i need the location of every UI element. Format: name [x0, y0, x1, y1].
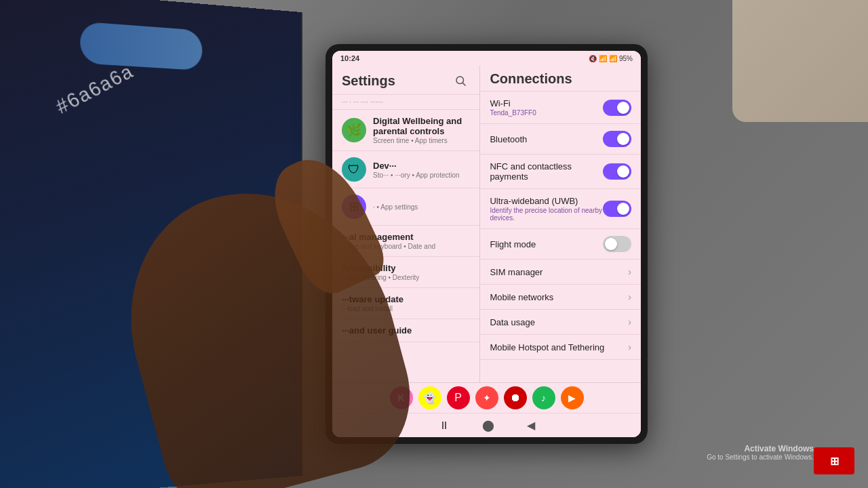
top-right-decoration [732, 0, 868, 122]
connections-header: Connections [480, 66, 641, 92]
flight-mode-toggle-knob [605, 238, 617, 250]
connections-item-flight-mode[interactable]: Flight mode [480, 229, 641, 260]
dock-app-red[interactable]: ✦ [475, 386, 498, 409]
battery-level: 95% [619, 55, 633, 62]
connections-item-nfc[interactable]: NFC and contactless payments [480, 155, 641, 189]
data-usage-chevron: › [628, 317, 631, 327]
red-app-icon: ✦ [483, 392, 491, 403]
galaxy-box-text: #6a6a6a [52, 60, 138, 119]
status-bar: 10:24 🔇 📶 📶 95% [332, 51, 641, 66]
connections-item-hotspot[interactable]: Mobile Hotspot and Tethering › [480, 335, 641, 360]
sim-manager-title: SIM manager [490, 267, 628, 277]
settings-header: Settings [332, 66, 479, 95]
windows-logo: ⊞ [814, 447, 854, 474]
dock-app-spotify[interactable]: ♪ [532, 386, 555, 409]
back-button[interactable]: ◀ [524, 416, 538, 434]
connections-item-data-usage[interactable]: Data usage › [480, 310, 641, 335]
dock-app-play[interactable]: ▶ [561, 386, 584, 409]
sim-manager-info: SIM manager [490, 267, 628, 277]
svg-line-1 [463, 83, 466, 85]
mobile-networks-title: Mobile networks [490, 292, 628, 302]
flight-mode-title: Flight mode [490, 239, 603, 249]
wifi-toggle[interactable] [603, 100, 631, 116]
digital-wellbeing-subtitle: Screen time • App timers [373, 137, 470, 144]
settings-title: Settings [342, 73, 395, 89]
pinterest-icon: P [454, 392, 462, 404]
hotspot-title: Mobile Hotspot and Tethering [490, 342, 628, 352]
sidebar-item-device-care[interactable]: 🛡 Dev··· Sto··· • ···ory • App protectio… [332, 151, 479, 188]
partial-row: ··· · ··· ···· ······· [332, 95, 479, 110]
connections-item-uwb[interactable]: Ultra-wideband (UWB) Identify the precis… [480, 189, 641, 229]
uwb-title: Ultra-wideband (UWB) [490, 196, 603, 206]
connections-item-sim-manager[interactable]: SIM manager › [480, 260, 641, 285]
uwb-toggle[interactable] [603, 201, 631, 217]
connections-title: Connections [490, 71, 572, 86]
nfc-toggle-knob [617, 165, 629, 178]
bluetooth-title: Bluetooth [490, 134, 603, 144]
connections-list: Wi-Fi Tenda_B73FF0 Bluetooth [480, 92, 641, 382]
dock-app-snapchat[interactable]: 👻 [418, 386, 441, 409]
hotspot-chevron: › [628, 342, 631, 352]
apps-text: · • App settings [373, 203, 470, 211]
data-usage-info: Data usage [490, 317, 628, 327]
nfc-toggle[interactable] [603, 163, 631, 180]
sidebar-item-digital-wellbeing[interactable]: 🌿 Digital Wellbeing and parental control… [332, 110, 479, 151]
digital-wellbeing-text: Digital Wellbeing and parental controls … [373, 116, 470, 144]
uwb-toggle-knob [617, 203, 629, 215]
record-icon: ⏺ [510, 392, 521, 404]
wifi-subtitle: Tenda_B73FF0 [490, 109, 603, 117]
device-care-icon: 🛡 [342, 157, 366, 182]
bluetooth-toggle[interactable] [603, 131, 631, 147]
home-button[interactable]: ⬤ [479, 416, 497, 434]
bluetooth-info: Bluetooth [490, 134, 603, 144]
digital-wellbeing-icon: 🌿 [342, 118, 366, 142]
nfc-title: NFC and contactless payments [490, 161, 603, 182]
device-care-subtitle: Sto··· • ···ory • App protection [373, 171, 470, 179]
nfc-info: NFC and contactless payments [490, 161, 603, 182]
search-button[interactable] [451, 71, 470, 90]
flight-mode-toggle[interactable] [603, 236, 631, 252]
windows-icon: ⊞ [830, 455, 839, 468]
connections-item-bluetooth[interactable]: Bluetooth [480, 124, 641, 155]
bluetooth-toggle-knob [617, 133, 629, 145]
hotspot-info: Mobile Hotspot and Tethering [490, 342, 628, 352]
connections-panel: Connections Wi-Fi Tenda_B73FF0 [480, 66, 641, 382]
sim-manager-chevron: › [628, 266, 631, 277]
mobile-networks-info: Mobile networks [490, 292, 628, 302]
device-care-title: Dev··· [373, 161, 470, 171]
apps-subtitle: · • App settings [373, 203, 470, 211]
snapchat-icon: 👻 [423, 392, 437, 405]
uwb-subtitle: Identify the precise location of nearby … [490, 207, 603, 222]
galaxy-logo [80, 22, 202, 71]
digital-wellbeing-title: Digital Wellbeing and parental controls [373, 116, 470, 136]
svg-point-0 [456, 77, 464, 84]
device-care-text: Dev··· Sto··· • ···ory • App protection [373, 161, 470, 179]
status-icons: 🔇 📶 📶 95% [589, 55, 633, 62]
connections-item-wifi[interactable]: Wi-Fi Tenda_B73FF0 [480, 92, 641, 124]
activate-windows-title: Activate Windows [707, 444, 814, 453]
activate-windows-watermark: Activate Windows Go to Settings to activ… [707, 444, 814, 461]
partial-row-text: ··· · ··· ···· ······· [342, 98, 383, 106]
signal-icon: 📶 [609, 55, 617, 62]
dock-app-pinterest[interactable]: P [447, 386, 470, 409]
spotify-icon: ♪ [541, 392, 546, 403]
uwb-info: Ultra-wideband (UWB) Identify the precis… [490, 196, 603, 222]
mute-icon: 🔇 [589, 55, 597, 62]
connections-item-mobile-networks[interactable]: Mobile networks › [480, 285, 641, 310]
wifi-signal-icon: 📶 [599, 55, 607, 62]
wifi-info: Wi-Fi Tenda_B73FF0 [490, 98, 603, 117]
mobile-networks-chevron: › [628, 291, 631, 302]
dock-app-record[interactable]: ⏺ [504, 386, 527, 409]
activate-windows-subtitle: Go to Settings to activate Windows. [707, 453, 814, 461]
data-usage-title: Data usage [490, 317, 628, 327]
pause-button[interactable]: ⏸ [436, 417, 452, 434]
flight-mode-info: Flight mode [490, 239, 603, 249]
wifi-toggle-knob [617, 102, 629, 114]
play-icon: ▶ [568, 392, 576, 403]
wifi-title: Wi-Fi [490, 98, 603, 108]
status-time: 10:24 [340, 54, 359, 62]
